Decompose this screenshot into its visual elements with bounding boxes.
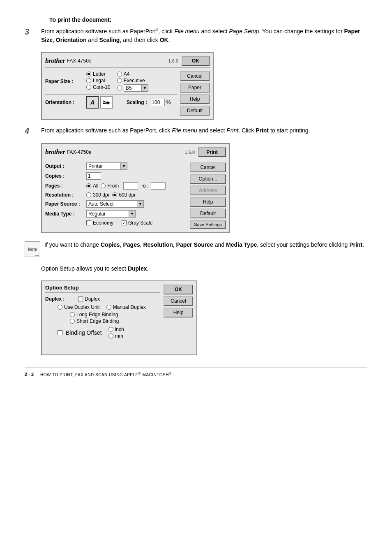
res-300-radio[interactable]: 300 dpi — [86, 192, 109, 198]
res-300-label: 300 dpi — [93, 192, 109, 198]
pages-label: Pages : — [45, 183, 86, 189]
option-cancel-button[interactable]: Cancel — [164, 296, 193, 306]
option-dialog-buttons: OK Cancel Help — [164, 285, 193, 317]
mm-radio[interactable]: mm — [108, 333, 124, 339]
option-dialog-content: Option Setup Duplex : Duplex Use Duplex … — [45, 285, 160, 351]
paper-size-label: Paper Size : — [45, 79, 86, 84]
mediatype-select[interactable]: Regular ▼ — [86, 210, 136, 218]
use-duplex-circle — [58, 305, 62, 310]
long-edge-radio[interactable]: Long Edge Binding — [70, 312, 160, 317]
radio-legal[interactable]: Legal — [86, 78, 111, 83]
option-ok-button[interactable]: OK — [164, 285, 193, 294]
dialog2-address-button: Address — [190, 185, 226, 195]
landscape-icon[interactable]: A ▶ — [100, 96, 113, 109]
grayscale-label: Gray Scale — [128, 220, 152, 226]
dialog2-option-button[interactable]: Option... — [190, 174, 226, 184]
grayscale-checkbox-item[interactable]: Gray Scale — [122, 220, 152, 226]
pages-to-input[interactable] — [151, 182, 166, 190]
resolution-content: 300 dpi 600 dpi — [86, 192, 135, 198]
output-row: Output : Printer ▼ — [45, 162, 187, 170]
res-600-radio[interactable]: 600 dpi — [112, 192, 135, 198]
radio-letter[interactable]: Letter — [86, 71, 111, 77]
mediatype-label: Media Type : — [45, 211, 86, 217]
portrait-icon[interactable]: A — [86, 96, 99, 109]
radio-executive[interactable]: Executive — [117, 78, 148, 83]
scaling-unit: % — [166, 100, 171, 105]
output-select[interactable]: Printer ▼ — [86, 162, 127, 170]
duplex-checkbox-item[interactable]: Duplex — [78, 296, 100, 302]
papersource-select[interactable]: Auto Select ▼ — [86, 200, 144, 208]
option-dialog-title: Option Setup — [45, 285, 160, 293]
dialog1-model: FAX-4750e — [67, 58, 91, 64]
page-setup-dialog-wrapper: brother FAX-4750e 1.6.0 OK Paper Size : … — [41, 52, 367, 120]
pages-from-radio[interactable]: From : — [101, 182, 138, 190]
radio-com10[interactable]: Com-10 — [86, 84, 111, 90]
long-edge-circle — [70, 312, 75, 317]
section-heading: To print the document: — [49, 16, 367, 23]
binding-offset-checkbox[interactable] — [58, 330, 62, 335]
b5-select[interactable]: B5 ▼ — [124, 84, 148, 92]
dialog1-ok-button[interactable]: OK — [182, 56, 210, 66]
dialog2-logo: brother — [45, 148, 65, 156]
orientation-content: A A ▶ Scaling : % — [86, 96, 171, 109]
step-3-text: From application software such as PaperP… — [41, 27, 367, 44]
manual-duplex-label: Manual Duplex — [113, 304, 146, 310]
resolution-row: Resolution : 300 dpi 600 dpi — [45, 192, 187, 198]
inch-radio[interactable]: inch — [108, 327, 124, 332]
short-edge-circle — [70, 319, 75, 324]
manual-duplex-radio[interactable]: Manual Duplex — [106, 304, 146, 310]
dialog1-fields: Paper Size : Letter Legal — [45, 71, 177, 116]
radio-b5[interactable]: B5 ▼ — [117, 84, 148, 92]
mm-circle — [108, 334, 113, 338]
b5-select-text: B5 — [124, 85, 141, 91]
dialog1-version: 1.6.0 — [168, 58, 178, 63]
radio-a4-label: A4 — [124, 71, 130, 77]
pages-from-label: From : — [107, 183, 122, 189]
pages-row: Pages : All From : To : — [45, 182, 187, 190]
step-4: 4 From application software such as Pape… — [25, 126, 367, 136]
dialog2-fields: Output : Printer ▼ Copies : Pages : — [45, 162, 187, 229]
dialog1-paper-button[interactable]: Paper — [180, 83, 210, 93]
sep1 — [45, 94, 177, 95]
papersource-label: Paper Source : — [45, 201, 86, 207]
dialog2-default-button[interactable]: Default — [190, 208, 226, 218]
dialog2-savesettings-button[interactable]: Save Settings — [190, 220, 226, 229]
option-help-button[interactable]: Help — [164, 308, 193, 317]
dialog1-buttons: Cancel Paper Help Default — [180, 71, 210, 116]
option-dialog-layout: Option Setup Duplex : Duplex Use Duplex … — [45, 285, 193, 351]
dialog1-default-button[interactable]: Default — [180, 106, 210, 116]
inch-mm-group: inch mm — [108, 327, 124, 339]
dialog1-titlebar: brother FAX-4750e 1.6.0 OK — [45, 56, 210, 68]
short-edge-radio[interactable]: Short Edge Binding — [70, 318, 160, 324]
option-dialog-spacer — [45, 339, 160, 351]
option-text: Option Setup allows you to select Duplex… — [41, 264, 367, 273]
copies-input[interactable] — [86, 172, 101, 180]
pages-all-radio[interactable]: All — [86, 183, 98, 189]
dialog2-print-button[interactable]: Print — [198, 147, 226, 157]
pages-from-input[interactable] — [123, 182, 138, 190]
dialog1-help-button[interactable]: Help — [180, 94, 210, 104]
inch-label: inch — [115, 327, 124, 332]
radio-a4-circle — [117, 72, 122, 76]
economy-grayscale-content: Economy Gray Scale — [86, 220, 152, 226]
radio-legal-label: Legal — [93, 78, 105, 83]
radio-a4[interactable]: A4 — [117, 71, 148, 77]
pages-all-label: All — [93, 183, 98, 189]
binding-offset-label: Binding Offset — [66, 329, 102, 336]
dialog1-cancel-button[interactable]: Cancel — [180, 71, 210, 81]
print-dialog-wrapper: brother FAX-4750e 1.6.0 Print Output : P… — [41, 143, 367, 233]
orientation-row: Orientation : A A ▶ Scaling — [45, 96, 177, 109]
orientation-icons: A A ▶ — [86, 96, 113, 109]
dialog2-cancel-button[interactable]: Cancel — [190, 162, 226, 172]
footer-text: HOW TO PRINT, FAX AND SCAN USING APPLE® … — [40, 371, 172, 377]
papersource-value: Auto Select — [87, 201, 137, 207]
dialog2-help-button[interactable]: Help — [190, 197, 226, 207]
economy-checkbox-item[interactable]: Economy — [86, 220, 113, 226]
step-3: 3 From application software such as Pape… — [25, 27, 367, 44]
pages-to-label: To : — [141, 183, 148, 189]
res-600-circle — [112, 192, 117, 197]
scaling-input[interactable] — [150, 99, 165, 106]
use-duplex-radio[interactable]: Use Duplex Unit — [58, 304, 100, 310]
paper-size-row: Paper Size : Letter Legal — [45, 71, 177, 92]
binding-offset-row: Binding Offset inch mm — [58, 327, 160, 339]
